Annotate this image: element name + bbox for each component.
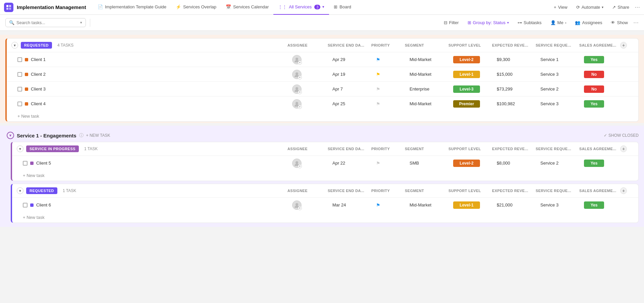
assignee-cell: + [289, 200, 330, 210]
support-level-badge: Level-3 [453, 85, 480, 93]
filter-button[interactable]: ⊟ Filter [440, 18, 462, 27]
avatar: + [292, 55, 302, 64]
task-name[interactable]: Client 2 [31, 72, 46, 77]
requested-group-header[interactable]: ▼ REQUESTED 4 TASKS ASSIGNEE SERVICE END… [7, 39, 638, 52]
automate-button[interactable]: ⟳ Automate ▾ [573, 3, 607, 11]
new-task-sip-button[interactable]: + New task [12, 170, 638, 181]
avatar-plus-icon[interactable]: + [298, 105, 302, 109]
task-row: Client 3 + Apr 7 ⚑ Enterprise Level-3 $7… [7, 81, 638, 96]
new-task-req-button[interactable]: + New task [12, 212, 638, 223]
toolbar-more-button[interactable]: ⋯ [633, 19, 639, 26]
priority-flag[interactable]: ⚑ [376, 161, 380, 166]
sales-agreement-cell: Yes [581, 160, 625, 167]
avatar-plus-icon[interactable]: + [298, 206, 302, 210]
toolbar-right: ⊟ Filter ⊞ Group by: Status ▾ ⊶ Subtasks… [440, 18, 639, 27]
show-closed-button[interactable]: ✓ SHOW CLOSED [604, 133, 639, 138]
assignee-cell: + [289, 159, 330, 168]
col-priority: PRIORITY [369, 43, 402, 47]
revenue-cell: $73,299 [494, 86, 538, 92]
col-support-sip: SUPPORT LEVEL [446, 147, 489, 151]
more-button[interactable]: ⋯ [635, 4, 640, 10]
search-input[interactable] [16, 20, 77, 25]
revenue-cell: $100,982 [494, 101, 538, 106]
automate-icon: ⟳ [576, 5, 580, 10]
dropdown-arrow-icon[interactable]: ▾ [322, 5, 324, 9]
task-checkbox[interactable] [23, 161, 28, 166]
task-checkbox[interactable] [17, 87, 22, 92]
service-cell: Service 2 [538, 161, 581, 166]
me-button[interactable]: 👤 Me • [547, 18, 570, 27]
sales-agreement-cell: Yes [581, 201, 625, 209]
col-support-req: SUPPORT LEVEL [446, 189, 489, 193]
tab-board[interactable]: ⊞ Board [329, 0, 356, 15]
svg-rect-3 [9, 8, 11, 10]
service-collapse-toggle[interactable]: ▼ [7, 132, 14, 139]
sip-collapse-toggle[interactable]: ▼ [17, 145, 23, 152]
search-box[interactable]: 🔍 ▾ [5, 18, 86, 27]
revenue-cell: $9,300 [494, 57, 538, 62]
new-task-inline-button[interactable]: + NEW TASK [86, 133, 110, 138]
support-level-cell: Level-1 [450, 201, 494, 209]
priority-flag[interactable]: ⚑ [376, 101, 380, 107]
task-checkbox[interactable] [17, 102, 22, 106]
add-column-button[interactable]: + [620, 42, 627, 49]
add-column-sip-button[interactable]: + [620, 145, 627, 152]
segment-cell: Mid-Market [407, 101, 450, 106]
task-name-cell: Client 1 [7, 57, 289, 62]
sip-group-header[interactable]: ▼ SERVICE IN PROGRESS 1 TASK ASSIGNEE SE… [12, 142, 638, 156]
avatar-plus-icon[interactable]: + [298, 61, 302, 65]
avatar-plus-icon[interactable]: + [298, 75, 302, 79]
new-task-button[interactable]: + New task [7, 111, 638, 121]
collapse-toggle[interactable]: ▼ [11, 42, 18, 49]
segment-cell: Mid-Market [407, 57, 450, 62]
sales-agreement-badge: Yes [584, 56, 604, 63]
col-add-req: + [620, 187, 634, 194]
assignees-icon: 👥 [575, 20, 580, 25]
task-name[interactable]: Client 3 [31, 86, 46, 92]
app-title: Implementation Management [17, 4, 86, 10]
share-button[interactable]: ↗ Share [609, 3, 633, 11]
service-info-icon[interactable]: ⓘ [79, 132, 84, 138]
req-sub-collapse-toggle[interactable]: ▼ [17, 187, 23, 194]
svg-point-5 [296, 72, 298, 75]
priority-flag[interactable]: ⚑ [376, 57, 380, 62]
show-button[interactable]: 👁 Show [607, 18, 631, 27]
avatar-plus-icon[interactable]: + [298, 164, 302, 168]
col-revenue-req: EXPECTED REVE... [489, 189, 533, 193]
support-level-cell: Level-2 [450, 160, 494, 167]
priority-flag[interactable]: ⚑ [376, 202, 380, 208]
req-sub-group-header[interactable]: ▼ REQUESTED 1 TASK ASSIGNEE SERVICE END … [12, 184, 638, 197]
tab-services-overlap[interactable]: ⚡ Services Overlap [171, 0, 221, 15]
support-level-badge: Premier [453, 100, 480, 108]
support-level-cell: Level-1 [450, 71, 494, 78]
task-checkbox[interactable] [17, 57, 22, 62]
support-level-cell: Premier [450, 100, 494, 108]
add-column-req-button[interactable]: + [620, 187, 627, 194]
priority-flag[interactable]: ⚑ [376, 72, 380, 77]
tab-all-services[interactable]: ⋮⋮ All Services 3 ▾ [273, 0, 329, 15]
col-priority-sip: PRIORITY [369, 147, 402, 151]
task-name[interactable]: Client 4 [31, 101, 46, 106]
support-level-badge: Level-1 [453, 71, 480, 78]
col-assignee: ASSIGNEE [285, 43, 325, 47]
task-name[interactable]: Client 1 [31, 57, 46, 62]
revenue-cell: $21,000 [494, 202, 538, 207]
segment-cell: Enterprise [407, 86, 450, 92]
nav-right: + View ⟳ Automate ▾ ↗ Share ⋯ [550, 3, 640, 11]
avatar-plus-icon[interactable]: + [298, 90, 302, 94]
priority-flag[interactable]: ⚑ [376, 86, 380, 92]
subtasks-button[interactable]: ⊶ Subtasks [514, 18, 545, 27]
task-name[interactable]: Client 5 [36, 161, 51, 166]
task-checkbox[interactable] [17, 72, 22, 77]
assignees-button[interactable]: 👥 Assignees [572, 18, 605, 27]
tab-template-guide[interactable]: 📄 Implementation Template Guide [93, 0, 171, 15]
revenue-cell: $15,000 [494, 72, 538, 77]
support-level-badge: Level-1 [453, 201, 480, 209]
overlap-icon: ⚡ [176, 4, 181, 9]
view-button[interactable]: + View [550, 3, 571, 11]
group-by-button[interactable]: ⊞ Group by: Status ▾ [464, 18, 513, 27]
search-dropdown-icon[interactable]: ▾ [80, 20, 82, 25]
tab-services-calendar[interactable]: 📅 Services Calendar [221, 0, 273, 15]
task-name[interactable]: Client 6 [36, 202, 51, 207]
task-checkbox[interactable] [23, 203, 28, 207]
